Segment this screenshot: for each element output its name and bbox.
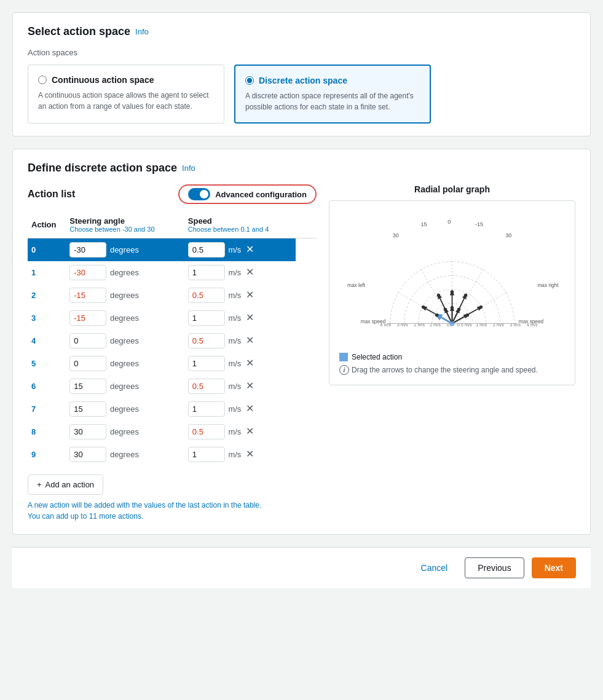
delete-action-button[interactable]: ✕ <box>243 310 256 324</box>
action-number: 0 <box>31 245 36 254</box>
steering-input[interactable] <box>69 356 106 371</box>
speed-input[interactable] <box>188 447 225 462</box>
table-row[interactable]: 5 degrees m/s ✕ <box>28 352 317 375</box>
svg-point-39 <box>444 308 447 312</box>
speed-unit: m/s <box>228 336 241 345</box>
table-row[interactable]: 8 degrees m/s ✕ <box>28 420 317 443</box>
action-number: 7 <box>31 404 36 414</box>
steering-unit: degrees <box>110 359 139 368</box>
svg-text:30: 30 <box>393 232 399 238</box>
speed-unit: m/s <box>228 291 241 300</box>
delete-action-button[interactable]: ✕ <box>243 333 256 347</box>
col-header-delete <box>296 211 317 238</box>
action-table: Action Steering angle Choose between -30… <box>28 211 317 466</box>
cancel-button[interactable]: Cancel <box>411 558 458 578</box>
speed-input[interactable] <box>188 333 225 348</box>
speed-unit: m/s <box>228 382 241 391</box>
graph-hint: i Drag the arrows to change the steering… <box>339 365 565 375</box>
legend-color-box <box>339 353 348 361</box>
table-row[interactable]: 2 degrees m/s ✕ <box>28 284 317 307</box>
speed-unit: m/s <box>228 268 241 277</box>
delete-action-button[interactable]: ✕ <box>243 242 256 256</box>
graph-hint-text: Drag the arrows to change the steering a… <box>352 366 538 374</box>
graph-title: Radial polar graph <box>329 184 575 194</box>
discrete-radio[interactable] <box>245 76 254 85</box>
steering-input[interactable] <box>69 265 106 280</box>
delete-action-button[interactable]: ✕ <box>243 379 256 393</box>
previous-button[interactable]: Previous <box>465 557 524 578</box>
steering-input[interactable] <box>69 310 106 326</box>
action-list-title: Action list <box>28 189 75 200</box>
advanced-config-label: Advanced configuration <box>215 190 307 199</box>
svg-text:2 m/s: 2 m/s <box>493 322 504 328</box>
add-action-note: A new action will be added with the valu… <box>28 500 317 522</box>
section1-info-link[interactable]: Info <box>135 27 149 36</box>
add-action-button[interactable]: + Add an action <box>28 474 103 495</box>
steering-input[interactable] <box>69 333 106 348</box>
speed-input[interactable] <box>188 401 225 417</box>
action-number: 5 <box>31 359 36 368</box>
plus-icon: + <box>37 480 42 489</box>
graph-container: 0 15 -15 30 30 max left max right max sp… <box>329 200 575 385</box>
steering-unit: degrees <box>110 336 139 345</box>
steering-input[interactable] <box>69 379 106 394</box>
steering-input[interactable] <box>69 401 106 417</box>
speed-input[interactable] <box>188 242 225 258</box>
speed-input[interactable] <box>188 265 225 280</box>
svg-text:0.5 m/s: 0.5 m/s <box>457 322 472 328</box>
polar-graph-svg[interactable]: 0 15 -15 30 30 max left max right max sp… <box>339 211 565 346</box>
speed-input[interactable] <box>188 288 225 303</box>
action-list-panel: Action list Advanced configuration A <box>28 184 317 522</box>
speed-unit: m/s <box>228 450 241 459</box>
action-number: 8 <box>31 427 36 436</box>
advanced-config-toggle[interactable]: Advanced configuration <box>178 184 317 204</box>
graph-legend: Selected action <box>339 353 565 361</box>
continuous-radio[interactable] <box>38 76 47 84</box>
action-number: 3 <box>31 313 36 323</box>
table-row[interactable]: 7 degrees m/s ✕ <box>28 398 317 420</box>
speed-input[interactable] <box>188 424 225 439</box>
delete-action-button[interactable]: ✕ <box>243 288 256 302</box>
continuous-option-desc: A continuous action space allows the age… <box>38 90 214 112</box>
steering-unit: degrees <box>110 268 139 277</box>
speed-unit: m/s <box>228 245 241 254</box>
steering-unit: degrees <box>110 291 139 300</box>
action-number: 4 <box>31 336 36 345</box>
svg-text:-15: -15 <box>475 221 483 227</box>
delete-action-button[interactable]: ✕ <box>243 401 256 415</box>
svg-point-37 <box>435 313 439 317</box>
speed-input[interactable] <box>188 379 225 394</box>
action-number: 9 <box>31 450 36 459</box>
info-icon: i <box>339 365 349 375</box>
steering-input[interactable] <box>69 288 106 303</box>
section2-info-link[interactable]: Info <box>182 163 195 173</box>
steering-input[interactable] <box>69 447 106 462</box>
svg-text:1 m/s: 1 m/s <box>430 322 441 328</box>
col-header-steering: Steering angle Choose between -30 and 30 <box>66 211 184 238</box>
action-list-header: Action list Advanced configuration <box>28 184 317 204</box>
continuous-action-space-option[interactable]: Continuous action space A continuous act… <box>28 65 224 124</box>
discrete-option-title: Discrete action space <box>259 76 347 85</box>
delete-action-button[interactable]: ✕ <box>243 356 256 370</box>
speed-input[interactable] <box>188 356 225 371</box>
table-row[interactable]: 4 degrees m/s ✕ <box>28 329 317 352</box>
table-row[interactable]: 0 degrees m/s ✕ <box>28 238 317 262</box>
table-row[interactable]: 6 degrees m/s ✕ <box>28 375 317 398</box>
col-header-speed: Speed Choose between 0.1 and 4 <box>184 211 296 238</box>
advanced-config-switch[interactable] <box>188 188 210 200</box>
discrete-action-space-option[interactable]: Discrete action space A discrete action … <box>234 65 431 124</box>
table-row[interactable]: 3 degrees m/s ✕ <box>28 307 317 329</box>
delete-action-button[interactable]: ✕ <box>243 447 256 461</box>
delete-action-button[interactable]: ✕ <box>243 424 256 438</box>
steering-input[interactable] <box>69 242 106 258</box>
table-row[interactable]: 9 degrees m/s ✕ <box>28 443 317 466</box>
speed-input[interactable] <box>188 310 225 326</box>
svg-text:3 m/s: 3 m/s <box>397 322 408 328</box>
table-row[interactable]: 1 degrees m/s ✕ <box>28 261 317 284</box>
delete-action-button[interactable]: ✕ <box>243 265 256 279</box>
svg-point-43 <box>457 308 461 312</box>
steering-input[interactable] <box>69 424 106 439</box>
next-button[interactable]: Next <box>532 557 576 578</box>
svg-point-38 <box>422 305 425 309</box>
define-section: Action list Advanced configuration A <box>28 184 575 522</box>
